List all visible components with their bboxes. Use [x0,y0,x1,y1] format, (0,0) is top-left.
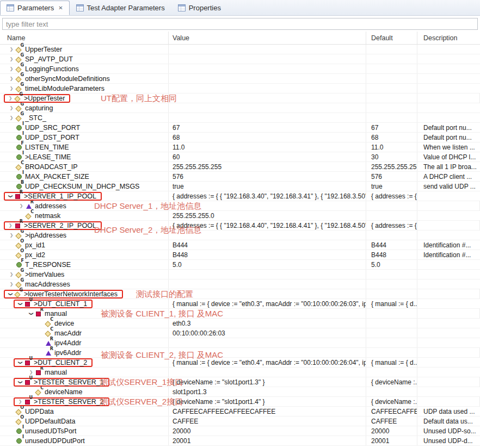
parameter-value[interactable] [169,64,366,73]
parameter-value[interactable]: { deviceName := "slot1port1.4" } [169,397,366,406]
parameter-value[interactable] [169,94,366,103]
expander-chevron-icon[interactable]: ❯ [27,309,35,318]
table-row[interactable]: ❯ G timeLibModuleParameters [0,84,480,94]
parameter-value[interactable]: eth0.3 [169,319,366,328]
table-row[interactable]: ❯ C BROADCAST_IP 255.255.255.255 255.255… [0,162,480,172]
table-row[interactable]: ❯ I unusedUDTsPort 20000 20000 Unused UD… [0,426,480,436]
parameter-value[interactable]: 11.0 [169,142,366,152]
parameter-value[interactable] [169,270,366,279]
expander-chevron-icon[interactable]: ❯ [7,65,16,73]
table-row[interactable]: ❯ G >lowerTesterNetworkInterfaces 测试接口的配… [0,289,480,299]
expander-chevron-icon[interactable]: ❯ [6,192,15,201]
expander-chevron-icon[interactable]: ❯ [16,378,24,387]
table-row[interactable]: ❯ R ipv6Addr 被测设备 CLIENT_2, 接口 及MAC [0,348,480,358]
filter-input[interactable] [2,18,478,30]
parameter-value[interactable]: 68 [169,133,366,142]
table-row[interactable]: ❯ I unusedUDPDutPort 20001 20001 Unused … [0,436,480,446]
parameter-value[interactable] [169,45,366,54]
table-row[interactable]: ❯ C deviceName slot1port1.3 [0,387,480,397]
expander-chevron-icon[interactable]: ❯ [16,300,24,308]
table-row[interactable]: ❯ U >DUT_CLIENT_2 { manual := { device :… [0,358,480,368]
table-row[interactable]: ❯ G _STC_ [0,113,480,123]
table-row[interactable]: ❯ I UDP_SRC_PORT 67 67 Default port nu..… [0,123,480,133]
parameter-value[interactable]: CAFFEECAFFEECAFFEECAFFEE [169,407,366,416]
expander-chevron-icon[interactable]: ❯ [7,55,16,64]
parameter-value[interactable]: 20001 [169,436,366,445]
parameter-value[interactable] [169,279,366,289]
table-row[interactable]: ❯ F LISTEN_TIME 11.0 11.0 When we listen… [0,142,480,152]
table-row[interactable]: ❯ O UDPData CAFFEECAFFEECAFFEECAFFEE CAF… [0,407,480,416]
table-row[interactable]: ❯ I MAX_PACKET_SIZE 576 576 A DHCP clien… [0,172,480,182]
table-row[interactable]: ❯ R >SERVER_1_IP_POOL { addresses := { {… [0,191,480,201]
expander-chevron-icon[interactable]: ❯ [7,270,16,279]
table-row[interactable]: ❯ G capturing [0,103,480,113]
parameter-value[interactable]: slot1port1.3 [169,387,366,396]
table-row[interactable]: ❯ G SP_AVTP_DUT [0,54,480,64]
parameter-value[interactable]: B444 [169,240,366,250]
table-row[interactable]: ❯ G LoggingFunctions [0,64,480,74]
table-row[interactable]: ❯ O px_id1 B444 B444 Identification #... [0,240,480,250]
parameter-value[interactable] [169,368,366,377]
parameter-value[interactable]: 67 [169,123,366,132]
parameter-value[interactable]: B448 [169,250,366,259]
column-header-value[interactable]: Value [169,32,366,44]
parameter-value[interactable]: { deviceName := "slot1port1.3" } [169,377,366,387]
parameter-value[interactable] [169,54,366,64]
table-row[interactable]: ❯ B UDP_CHECKSUM_IN_DHCP_MSGS true true … [0,182,480,191]
column-header-default[interactable]: Default [366,32,417,44]
close-icon[interactable]: ✕ [58,5,63,11]
tab-properties[interactable]: Properties [171,1,227,15]
table-row[interactable]: ❯ C device eth0.3 [0,319,480,328]
parameter-value[interactable]: { manual := { device := "eth0.3", macAdd… [169,299,366,308]
parameter-value[interactable] [169,103,366,113]
tab-test-adapter-parameters[interactable]: Test Adapter Parameters [70,1,171,15]
expander-chevron-icon[interactable]: ❯ [6,94,15,103]
expander-chevron-icon[interactable]: ❯ [7,231,16,240]
parameter-value[interactable]: true [169,182,366,191]
table-row[interactable]: ❯ O UDPDefaultData CAFFEE CAFFEE Default… [0,416,480,426]
table-row[interactable]: ❯ I >LEASE_TIME 60 30 Value of DHCP l... [0,152,480,162]
table-row[interactable]: ❯ G otherSyncModuleDefinitions [0,74,480,84]
parameter-value[interactable] [169,289,366,298]
expander-chevron-icon[interactable]: ❯ [17,202,26,210]
column-header-description[interactable]: Description [417,32,480,44]
parameter-value[interactable]: 5.0 [169,260,366,269]
tab-parameters[interactable]: Parameters ✕ [0,1,70,15]
table-row[interactable]: ❯ F T_RESPONSE 5.0 5.0 [0,260,480,270]
expander-chevron-icon[interactable]: ❯ [16,358,24,367]
expander-chevron-icon[interactable]: ❯ [7,104,16,113]
table-row[interactable]: ❯ G >ipAddresses [0,231,480,240]
table-row[interactable]: ❯ R ipv4Addr [0,338,480,348]
parameter-value[interactable]: 255.255.255.255 [169,162,366,171]
column-header-name[interactable]: Name [0,32,169,44]
parameter-value[interactable]: 255.255.255.0 [169,211,366,220]
table-row[interactable]: ❯ R manual 被测设备 CLIENT_1, 接口 及MAC [0,309,480,319]
expander-chevron-icon[interactable]: ❯ [6,290,15,298]
parameter-value[interactable] [169,84,366,93]
table-row[interactable]: ❯ I UDP_DST_PORT 68 68 Default port nu..… [0,133,480,142]
table-row[interactable]: ❯ G macAddresses [0,279,480,289]
table-row[interactable]: ❯ U >TESTER_SERVER_2 { deviceName := "sl… [0,397,480,407]
table-row[interactable]: ❯ U >TESTER_SERVER_1 { deviceName := "sl… [0,377,480,387]
table-row[interactable]: ❯ U >DUT_CLIENT_1 { manual := { device :… [0,299,480,309]
parameter-value[interactable]: 00:10:00:00:26:03 [169,328,366,338]
parameter-value[interactable] [169,338,366,347]
parameter-value[interactable]: 20000 [169,426,366,435]
expander-chevron-icon[interactable]: ❯ [7,74,16,83]
parameter-value[interactable]: { addresses := { { "192.168.3.40", "192.… [169,191,366,201]
table-row[interactable]: ❯ R addresses DHCP Server_1，地址池信息 [0,201,480,211]
expander-chevron-icon[interactable]: ❯ [7,280,16,289]
table-row[interactable]: ❯ O px_id2 B448 B448 Identification #... [0,250,480,260]
table-row[interactable]: ❯ G >UpperTester UT配置，同上文相同 [0,94,480,103]
table-row[interactable]: ❯ G >timerValues [0,270,480,279]
expander-chevron-icon[interactable]: ❯ [6,221,15,230]
expander-chevron-icon[interactable]: ❯ [7,84,16,93]
parameter-value[interactable]: 60 [169,152,366,161]
table-row[interactable]: ❯ R manual [0,368,480,377]
parameter-value[interactable] [169,74,366,83]
table-row[interactable]: ❯ R >SERVER_2_IP_POOL { addresses := { {… [0,221,480,231]
parameter-value[interactable] [169,113,366,122]
expander-chevron-icon[interactable]: ❯ [7,45,16,54]
expander-chevron-icon[interactable]: ❯ [16,397,24,406]
parameter-value[interactable]: 576 [169,172,366,181]
